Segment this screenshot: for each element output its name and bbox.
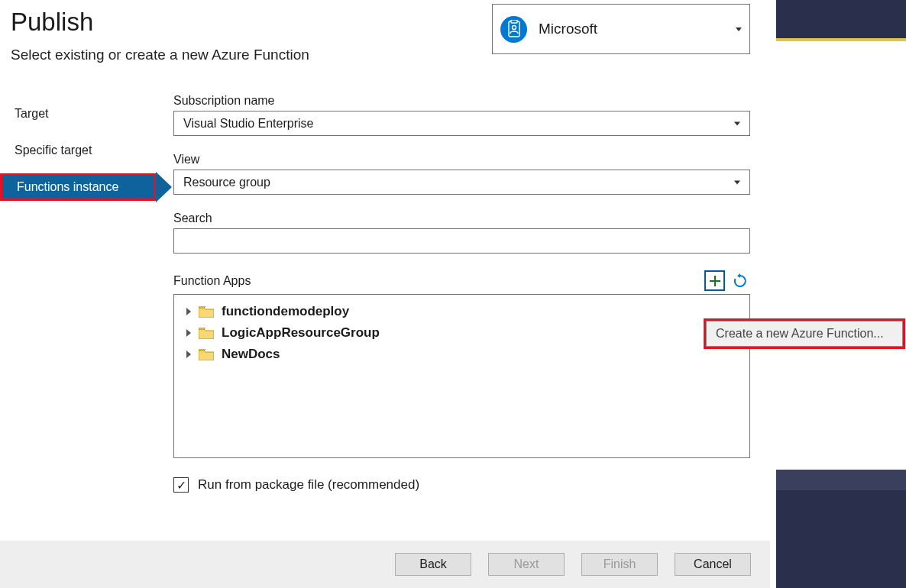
svg-marker-5 (737, 273, 740, 278)
finish-button: Finish (581, 553, 658, 576)
nav-target[interactable]: Target (0, 100, 173, 128)
run-from-package-label: Run from package file (recommended) (198, 477, 419, 493)
background-panel (776, 490, 906, 588)
svg-rect-1 (511, 20, 517, 23)
subscription-label: Subscription name (173, 94, 750, 108)
tree-item-label: functiondemodeploy (222, 304, 349, 319)
folder-icon (199, 349, 214, 360)
function-apps-tree[interactable]: functiondemodeploy LogicAppResourceGroup… (173, 294, 750, 458)
background-titlebar (776, 0, 906, 38)
account-label: Microsoft (539, 21, 736, 37)
search-label: Search (173, 212, 750, 225)
background-window-strip (776, 0, 906, 588)
nav-functions-instance[interactable]: Functions instance (0, 173, 157, 201)
wizard-nav: Target Specific target Functions instanc… (0, 94, 173, 493)
tree-item[interactable]: LogicAppResourceGroup (182, 322, 742, 344)
refresh-icon (733, 273, 748, 289)
search-input[interactable] (173, 228, 750, 254)
subscription-value: Visual Studio Enterprise (183, 117, 313, 131)
expand-arrow-icon[interactable] (186, 329, 191, 337)
account-badge-icon (500, 16, 527, 43)
tooltip-text: Create a new Azure Function... (716, 327, 884, 341)
chevron-down-icon (736, 27, 742, 31)
form-area: Subscription name Visual Studio Enterpri… (173, 94, 770, 493)
expand-arrow-icon[interactable] (186, 308, 191, 315)
svg-point-2 (512, 26, 516, 30)
folder-icon (199, 328, 214, 339)
background-accent-bar (776, 38, 906, 41)
tree-item-label: NewDocs (222, 347, 280, 362)
chevron-down-icon (734, 121, 740, 125)
back-button[interactable]: Back (395, 553, 471, 576)
dialog-footer: Back Next Finish Cancel (0, 541, 770, 588)
view-value: Resource group (183, 176, 270, 189)
chevron-down-icon (734, 180, 740, 184)
background-panel-header (776, 470, 906, 490)
expand-arrow-icon[interactable] (186, 351, 191, 358)
function-apps-label: Function Apps (173, 274, 251, 288)
nav-specific-target[interactable]: Specific target (0, 137, 173, 164)
next-button: Next (488, 553, 565, 576)
cancel-button[interactable]: Cancel (675, 553, 751, 576)
publish-dialog: Publish Select existing or create a new … (0, 0, 770, 588)
tree-item[interactable]: functiondemodeploy (182, 301, 742, 322)
view-combo[interactable]: Resource group (173, 170, 750, 195)
tree-item-label: LogicAppResourceGroup (222, 325, 380, 341)
create-new-button[interactable] (704, 270, 725, 291)
create-new-tooltip: Create a new Azure Function... (706, 321, 903, 347)
run-from-package-checkbox[interactable]: ✓ (173, 477, 189, 493)
refresh-button[interactable] (730, 270, 750, 291)
tree-item[interactable]: NewDocs (182, 344, 742, 365)
folder-icon (199, 306, 214, 318)
account-selector[interactable]: Microsoft (492, 4, 750, 54)
plus-icon (709, 275, 721, 287)
subscription-combo[interactable]: Visual Studio Enterprise (173, 111, 750, 136)
view-label: View (173, 153, 750, 166)
